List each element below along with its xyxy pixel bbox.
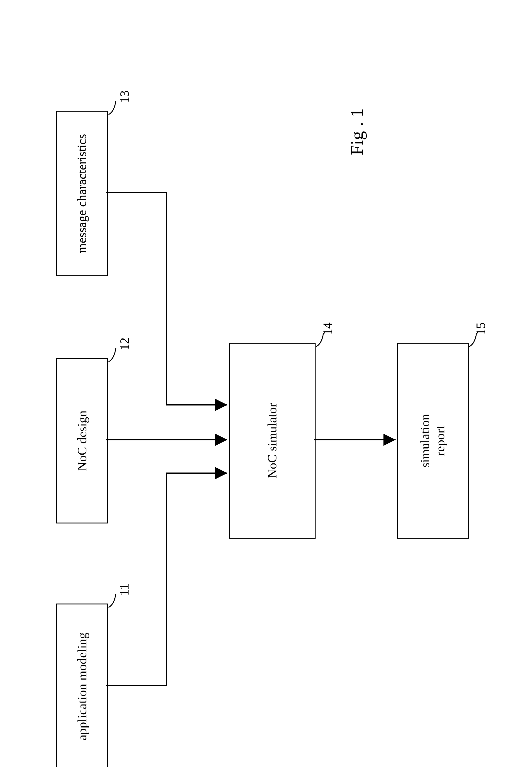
block-app-modeling: application modeling (56, 604, 108, 767)
leader-13 (107, 99, 119, 116)
leader-15 (467, 331, 480, 348)
block-app-modeling-label: application modeling (74, 632, 89, 740)
arrow-13-to-14 (106, 189, 230, 408)
leader-14 (314, 331, 326, 348)
block-report: simulation report (397, 343, 469, 539)
block-simulator: NoC simulator (229, 343, 316, 539)
block-noc-design-label: NoC design (74, 410, 89, 471)
figure-caption: Fig . 1 (346, 108, 367, 155)
block-msg-char: message characteristics (56, 111, 108, 276)
block-simulator-label: NoC simulator (265, 403, 280, 479)
arrow-12-to-14 (106, 437, 230, 443)
block-msg-char-label: message characteristics (74, 134, 89, 253)
arrow-11-to-14 (106, 470, 230, 688)
arrow-14-to-15 (314, 437, 399, 443)
block-report-label: simulation report (418, 414, 448, 467)
ref-13: 13 (117, 90, 132, 103)
block-noc-design: NoC design (56, 358, 108, 524)
